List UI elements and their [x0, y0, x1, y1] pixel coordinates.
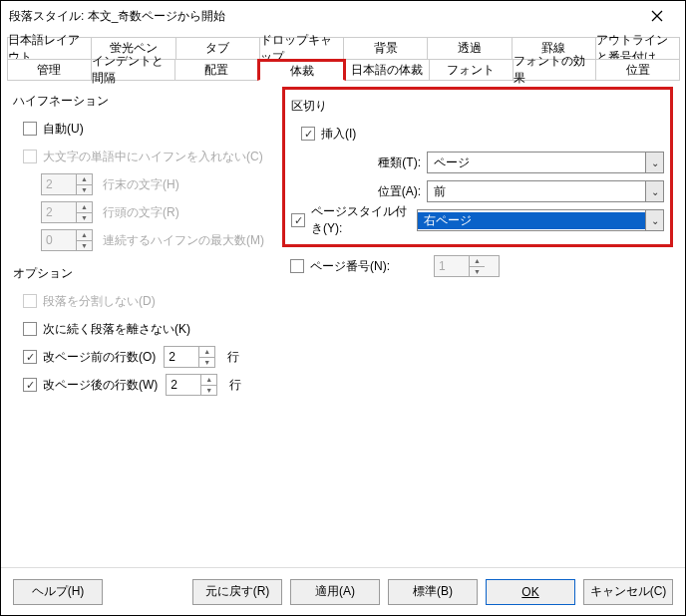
check-widow[interactable] [23, 378, 37, 392]
label-linebegin: 行頭の文字(R) [103, 204, 179, 221]
tab-transparency[interactable]: 透過 [427, 37, 512, 59]
spin-maxhyphen: ▲▼ [41, 229, 93, 251]
spin-orphan-input[interactable] [165, 347, 198, 367]
chevron-up-icon: ▲ [77, 174, 92, 185]
select-break-position[interactable]: 前 [427, 180, 664, 202]
chevron-down-icon[interactable]: ▼ [201, 386, 216, 396]
section-hyphenation: ハイフネーション [13, 93, 282, 110]
label-widow: 改ページ後の行数(W) [43, 377, 158, 394]
label-nosplit: 段落を分割しない(D) [43, 293, 156, 310]
spin-widow[interactable]: ▲▼ [166, 374, 217, 396]
tab-indents[interactable]: インデントと間隔 [91, 59, 175, 81]
dialog-footer: ヘルプ(H) 元に戻す(R) 適用(A) 標準(B) OK キャンセル(C) [1, 567, 685, 615]
label-maxhyphen: 連続するハイフンの最大数(M) [103, 232, 264, 249]
titlebar: 段落スタイル: 本文_奇数ページから開始 [1, 1, 685, 31]
label-break-type: 種類(T): [291, 154, 421, 171]
section-options: オプション [13, 265, 282, 282]
tab-fonteffects[interactable]: フォントの効果 [513, 59, 597, 81]
label-break-pos: 位置(A): [291, 183, 421, 200]
check-pagestyle[interactable] [291, 213, 305, 227]
check-no-caps [23, 150, 37, 163]
apply-button[interactable]: 適用(A) [290, 579, 380, 605]
spin-lineend: ▲▼ [41, 173, 93, 195]
spin-widow-input[interactable] [167, 375, 200, 395]
label-auto-hyphen: 自動(U) [43, 121, 84, 138]
tab-tabs[interactable]: タブ [175, 37, 260, 59]
tab-organizer[interactable]: 管理 [7, 59, 92, 81]
select-break-type-value: ページ [428, 154, 645, 171]
spin-lineend-input [42, 174, 76, 194]
chevron-down-icon: ▼ [77, 241, 92, 251]
spin-maxhyphen-input [42, 230, 76, 250]
unit-widow: 行 [229, 377, 241, 394]
spin-pageno-input [435, 256, 469, 276]
chevron-up-icon: ▲ [470, 256, 485, 267]
chevron-up-icon: ▲ [77, 230, 92, 241]
tab-dropcaps[interactable]: ドロップキャップ [259, 37, 344, 59]
help-button[interactable]: ヘルプ(H) [13, 579, 103, 605]
spin-linebegin-input [42, 202, 76, 222]
select-pagestyle[interactable]: 右ページ [417, 209, 664, 231]
select-pagestyle-value: 右ページ [418, 212, 645, 229]
label-pageno: ページ番号(N): [310, 258, 406, 275]
tab-outline[interactable]: アウトラインと番号付け [595, 37, 680, 59]
select-break-type[interactable]: ページ [427, 152, 664, 173]
label-no-caps: 大文字の単語中にハイフンを入れない(C) [43, 149, 263, 165]
standard-button[interactable]: 標準(B) [388, 579, 478, 605]
window-title: 段落スタイル: 本文_奇数ページから開始 [9, 8, 637, 25]
tab-asian[interactable]: 日本語の体裁 [345, 59, 430, 81]
check-pageno[interactable] [290, 259, 304, 273]
tab-font[interactable]: フォント [429, 59, 514, 81]
check-auto-hyphen[interactable] [23, 122, 37, 136]
chevron-up-icon: ▲ [77, 202, 92, 213]
label-insert-break: 挿入(I) [321, 126, 356, 143]
chevron-up-icon[interactable]: ▲ [201, 375, 216, 386]
spin-pageno: ▲▼ [434, 255, 500, 277]
chevron-up-icon[interactable]: ▲ [199, 347, 214, 358]
reset-button[interactable]: 元に戻す(R) [192, 579, 282, 605]
chevron-down-icon: ▼ [77, 213, 92, 223]
tab-jp-layout[interactable]: 日本語レイアウト [7, 37, 92, 59]
tab-container: 日本語レイアウト 蛍光ペン タブ ドロップキャップ 背景 透過 罫線 アウトライ… [1, 31, 685, 81]
chevron-down-icon[interactable] [645, 153, 663, 172]
tab-alignment[interactable]: 配置 [174, 59, 259, 81]
section-breaks: 区切り [291, 98, 664, 115]
select-break-position-value: 前 [428, 183, 645, 200]
chevron-down-icon[interactable] [645, 210, 663, 230]
close-icon[interactable] [637, 2, 677, 30]
check-orphan[interactable] [23, 350, 37, 364]
label-orphan: 改ページ前の行数(O) [43, 349, 156, 366]
tab-background[interactable]: 背景 [343, 37, 428, 59]
breaks-highlight-box: 区切り 挿入(I) 種類(T): ページ 位置(A): 前 [282, 87, 673, 247]
chevron-down-icon: ▼ [77, 185, 92, 195]
unit-orphan: 行 [227, 349, 239, 366]
check-keepnext[interactable] [23, 322, 37, 336]
chevron-down-icon[interactable]: ▼ [199, 358, 214, 368]
spin-linebegin: ▲▼ [41, 201, 93, 223]
ok-button[interactable]: OK [486, 579, 575, 605]
label-keepnext: 次に続く段落を離さない(K) [43, 321, 190, 338]
chevron-down-icon: ▼ [470, 267, 485, 277]
chevron-down-icon[interactable] [645, 181, 663, 201]
tab-position[interactable]: 位置 [595, 59, 680, 81]
cancel-button[interactable]: キャンセル(C) [583, 579, 673, 605]
label-lineend: 行末の文字(H) [103, 176, 179, 193]
tab-textflow[interactable]: 体裁 [257, 59, 346, 81]
label-pagestyle: ページスタイル付き(Y): [311, 203, 417, 237]
spin-orphan[interactable]: ▲▼ [164, 346, 215, 368]
check-insert-break[interactable] [301, 127, 315, 141]
tab-row-2: 管理 インデントと間隔 配置 体裁 日本語の体裁 フォント フォントの効果 位置 [7, 59, 679, 81]
check-nosplit [23, 294, 37, 308]
